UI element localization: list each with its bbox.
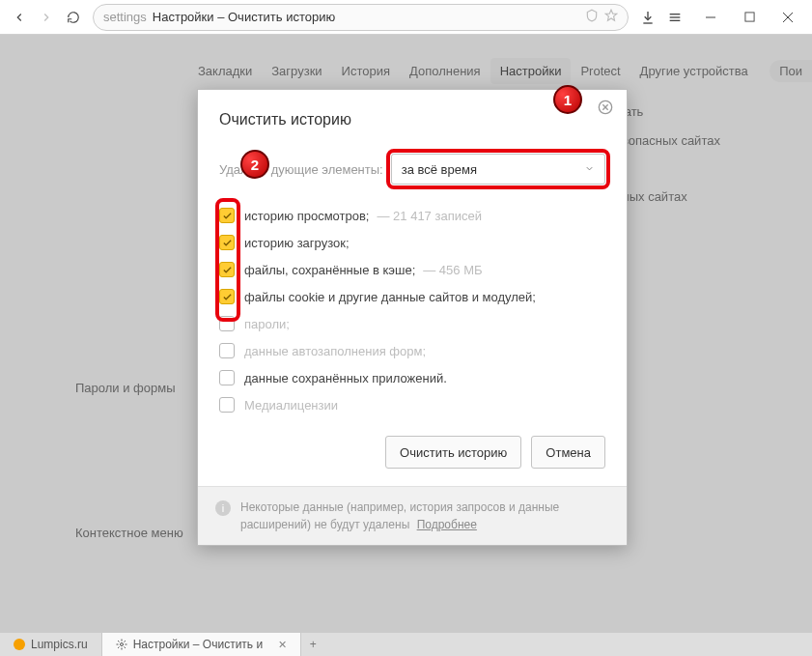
footer-text: Некоторые данные (например, история запр… [240,500,559,531]
dialog-title: Очистить историю [219,111,605,128]
url-title: Настройки – Очистить историю [153,10,335,24]
time-range-select[interactable]: за всё время [391,154,605,185]
gear-icon [116,639,127,650]
reload-button[interactable] [60,4,87,31]
footer-link[interactable]: Подробнее [417,518,477,531]
checkbox-icon [219,370,235,385]
close-window-button[interactable] [770,4,806,31]
favicon-icon [14,639,25,650]
maximize-button[interactable] [731,4,768,31]
info-icon: i [215,500,231,516]
svg-rect-4 [744,13,753,21]
new-tab-button[interactable]: + [301,633,324,656]
chk-passwords[interactable]: пароли; [219,310,605,337]
forward-button [33,4,60,31]
chk-browsing-history[interactable]: историю просмотров; — 21 417 записей [219,202,605,229]
clear-button[interactable]: Очистить историю [385,436,521,469]
minimize-button[interactable] [692,4,729,31]
shield-icon [585,9,599,25]
checkbox-icon [219,343,235,358]
address-bar[interactable]: settings Настройки – Очистить историю [93,4,629,31]
taskbar-tab-1[interactable]: Lumpics.ru [0,633,102,656]
annotation-2: 2 [240,150,269,179]
checkbox-icon [219,262,235,277]
downloads-icon[interactable] [634,4,661,31]
checkbox-icon [219,289,235,304]
checkbox-icon [219,235,235,250]
chk-cookies[interactable]: файлы cookie и другие данные сайтов и мо… [219,283,605,310]
checkbox-group: историю просмотров; — 21 417 записей ист… [219,202,605,418]
close-tab-icon[interactable]: ✕ [278,639,287,651]
url-prefix: settings [103,10,147,24]
checkbox-icon [219,397,235,413]
taskbar-tab-2[interactable]: Настройки – Очистить и ✕ [102,633,301,656]
clear-history-dialog: 1 Очистить историю Удал 2 дующие элемент… [197,89,628,546]
dialog-footer: i Некоторые данные (например, история за… [198,486,627,545]
menu-icon[interactable] [661,4,688,31]
chk-cached-files[interactable]: файлы, сохранённые в кэше; — 456 МБ [219,256,605,283]
time-range-row: Удал 2 дующие элементы: за всё время [219,154,605,185]
cancel-button[interactable]: Отмена [531,436,605,469]
chk-saved-apps[interactable]: данные сохранённых приложений. [219,364,605,391]
annotation-1: 1 [553,85,582,114]
chk-media-licenses[interactable]: Медиалицензии [219,391,605,418]
time-range-value: за всё время [402,162,477,177]
taskbar: Lumpics.ru Настройки – Очистить и ✕ + [0,633,812,656]
chevron-down-icon [584,162,595,177]
chk-download-history[interactable]: историю загрузок; [219,229,605,256]
back-button[interactable] [6,4,33,31]
time-range-label-right: дующие элементы: [271,162,383,177]
checkbox-icon [219,208,235,223]
dialog-buttons: Очистить историю Отмена [219,436,605,469]
titlebar: settings Настройки – Очистить историю [0,0,812,35]
star-icon[interactable] [604,9,618,25]
chk-autofill[interactable]: данные автозаполнения форм; [219,337,605,364]
checkbox-icon [219,316,235,331]
svg-point-10 [120,643,123,646]
dialog-close-button[interactable] [598,100,615,117]
